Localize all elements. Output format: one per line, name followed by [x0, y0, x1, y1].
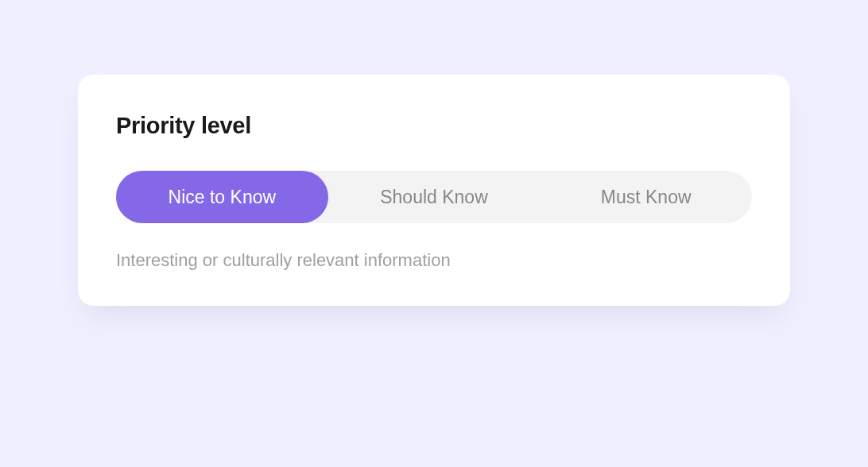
segment-should-know[interactable]: Should Know — [328, 171, 541, 223]
priority-description: Interesting or culturally relevant infor… — [116, 250, 752, 271]
priority-segmented-control: Nice to Know Should Know Must Know — [116, 171, 752, 223]
card-title: Priority level — [116, 113, 752, 139]
segment-nice-to-know[interactable]: Nice to Know — [116, 171, 328, 223]
priority-level-card: Priority level Nice to Know Should Know … — [78, 75, 790, 306]
segment-must-know[interactable]: Must Know — [540, 171, 752, 223]
